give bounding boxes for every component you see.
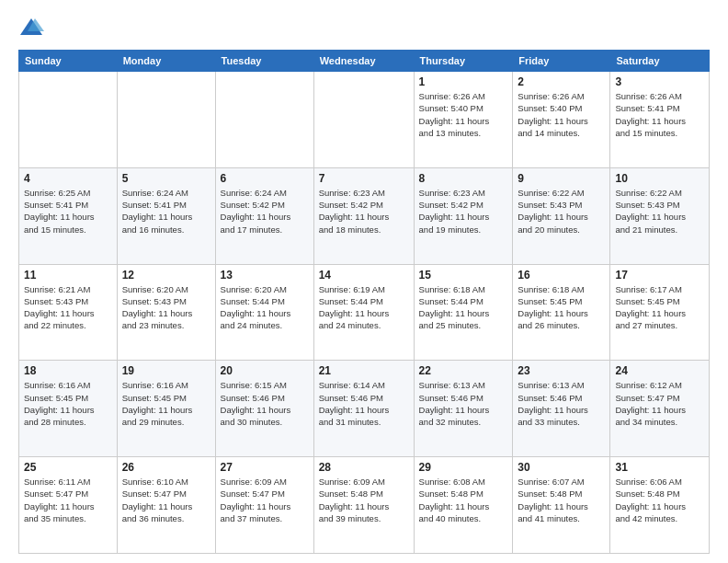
calendar-cell-6: 3Sunrise: 6:26 AM Sunset: 5:41 PM Daylig… bbox=[610, 72, 710, 168]
calendar-cell-25: 22Sunrise: 6:13 AM Sunset: 5:46 PM Dayli… bbox=[414, 361, 513, 457]
calendar-cell-14: 11Sunrise: 6:21 AM Sunset: 5:43 PM Dayli… bbox=[19, 264, 118, 361]
day-info: Sunrise: 6:23 AM Sunset: 5:42 PM Dayligh… bbox=[319, 187, 409, 236]
day-info: Sunrise: 6:23 AM Sunset: 5:42 PM Dayligh… bbox=[419, 187, 508, 236]
day-number: 11 bbox=[24, 269, 112, 282]
calendar-cell-2 bbox=[215, 72, 313, 168]
day-number: 1 bbox=[419, 75, 508, 88]
page: SundayMondayTuesdayWednesdayThursdayFrid… bbox=[0, 0, 728, 563]
calendar-cell-23: 20Sunrise: 6:15 AM Sunset: 5:46 PM Dayli… bbox=[215, 361, 313, 457]
day-number: 29 bbox=[419, 461, 508, 474]
day-info: Sunrise: 6:20 AM Sunset: 5:44 PM Dayligh… bbox=[221, 283, 309, 332]
day-number: 8 bbox=[419, 172, 508, 185]
day-number: 31 bbox=[615, 461, 704, 474]
day-info: Sunrise: 6:22 AM Sunset: 5:43 PM Dayligh… bbox=[518, 187, 605, 236]
calendar-week-4: 18Sunrise: 6:16 AM Sunset: 5:45 PM Dayli… bbox=[19, 361, 710, 457]
calendar-week-2: 4Sunrise: 6:25 AM Sunset: 5:41 PM Daylig… bbox=[19, 167, 710, 264]
calendar-cell-26: 23Sunrise: 6:13 AM Sunset: 5:46 PM Dayli… bbox=[513, 361, 610, 457]
calendar-header-wednesday: Wednesday bbox=[313, 51, 414, 72]
calendar-cell-33: 30Sunrise: 6:07 AM Sunset: 5:48 PM Dayli… bbox=[513, 457, 610, 554]
calendar-cell-9: 6Sunrise: 6:24 AM Sunset: 5:42 PM Daylig… bbox=[215, 167, 313, 264]
day-info: Sunrise: 6:20 AM Sunset: 5:43 PM Dayligh… bbox=[122, 283, 210, 332]
calendar-cell-15: 12Sunrise: 6:20 AM Sunset: 5:43 PM Dayli… bbox=[117, 264, 215, 361]
day-info: Sunrise: 6:08 AM Sunset: 5:48 PM Dayligh… bbox=[419, 476, 508, 524]
day-number: 26 bbox=[122, 461, 210, 474]
calendar-cell-13: 10Sunrise: 6:22 AM Sunset: 5:43 PM Dayli… bbox=[610, 167, 710, 264]
day-info: Sunrise: 6:18 AM Sunset: 5:45 PM Dayligh… bbox=[518, 283, 605, 332]
day-info: Sunrise: 6:25 AM Sunset: 5:41 PM Dayligh… bbox=[24, 187, 112, 236]
calendar-cell-16: 13Sunrise: 6:20 AM Sunset: 5:44 PM Dayli… bbox=[215, 264, 313, 361]
day-number: 3 bbox=[615, 75, 704, 88]
day-number: 16 bbox=[518, 269, 605, 282]
calendar-cell-22: 19Sunrise: 6:16 AM Sunset: 5:45 PM Dayli… bbox=[117, 361, 215, 457]
day-number: 30 bbox=[518, 461, 605, 474]
calendar-header-monday: Monday bbox=[117, 51, 215, 72]
day-info: Sunrise: 6:24 AM Sunset: 5:41 PM Dayligh… bbox=[122, 187, 210, 236]
day-info: Sunrise: 6:13 AM Sunset: 5:46 PM Dayligh… bbox=[419, 379, 508, 428]
day-info: Sunrise: 6:06 AM Sunset: 5:48 PM Dayligh… bbox=[615, 476, 704, 524]
day-number: 28 bbox=[319, 461, 409, 474]
calendar-cell-21: 18Sunrise: 6:16 AM Sunset: 5:45 PM Dayli… bbox=[19, 361, 118, 457]
calendar-header-tuesday: Tuesday bbox=[215, 51, 313, 72]
day-info: Sunrise: 6:19 AM Sunset: 5:44 PM Dayligh… bbox=[319, 283, 409, 332]
day-number: 22 bbox=[419, 364, 508, 377]
day-info: Sunrise: 6:26 AM Sunset: 5:40 PM Dayligh… bbox=[518, 90, 605, 139]
day-number: 7 bbox=[319, 172, 409, 185]
calendar-header-thursday: Thursday bbox=[414, 51, 513, 72]
calendar-cell-17: 14Sunrise: 6:19 AM Sunset: 5:44 PM Dayli… bbox=[313, 264, 414, 361]
calendar-cell-24: 21Sunrise: 6:14 AM Sunset: 5:46 PM Dayli… bbox=[313, 361, 414, 457]
day-info: Sunrise: 6:07 AM Sunset: 5:48 PM Dayligh… bbox=[518, 476, 605, 524]
calendar-cell-30: 27Sunrise: 6:09 AM Sunset: 5:47 PM Dayli… bbox=[215, 457, 313, 554]
calendar-cell-12: 9Sunrise: 6:22 AM Sunset: 5:43 PM Daylig… bbox=[513, 167, 610, 264]
calendar-cell-11: 8Sunrise: 6:23 AM Sunset: 5:42 PM Daylig… bbox=[414, 167, 513, 264]
day-number: 15 bbox=[419, 269, 508, 282]
day-info: Sunrise: 6:09 AM Sunset: 5:47 PM Dayligh… bbox=[221, 476, 309, 524]
day-number: 13 bbox=[221, 269, 309, 282]
day-number: 6 bbox=[221, 172, 309, 185]
calendar-cell-0 bbox=[19, 72, 118, 168]
day-number: 18 bbox=[24, 364, 112, 377]
day-number: 9 bbox=[518, 172, 605, 185]
day-number: 2 bbox=[518, 75, 605, 88]
day-number: 21 bbox=[319, 364, 409, 377]
day-info: Sunrise: 6:12 AM Sunset: 5:47 PM Dayligh… bbox=[615, 379, 704, 428]
day-number: 10 bbox=[615, 172, 704, 185]
day-number: 25 bbox=[24, 461, 112, 474]
day-info: Sunrise: 6:16 AM Sunset: 5:45 PM Dayligh… bbox=[122, 379, 210, 428]
day-info: Sunrise: 6:09 AM Sunset: 5:48 PM Dayligh… bbox=[319, 476, 409, 524]
logo bbox=[18, 15, 48, 40]
day-info: Sunrise: 6:26 AM Sunset: 5:40 PM Dayligh… bbox=[419, 90, 508, 139]
calendar-week-5: 25Sunrise: 6:11 AM Sunset: 5:47 PM Dayli… bbox=[19, 457, 710, 554]
header bbox=[18, 15, 710, 40]
calendar-cell-28: 25Sunrise: 6:11 AM Sunset: 5:47 PM Dayli… bbox=[19, 457, 118, 554]
calendar-cell-34: 31Sunrise: 6:06 AM Sunset: 5:48 PM Dayli… bbox=[610, 457, 710, 554]
calendar-week-1: 1Sunrise: 6:26 AM Sunset: 5:40 PM Daylig… bbox=[19, 72, 710, 168]
day-number: 4 bbox=[24, 172, 112, 185]
day-info: Sunrise: 6:16 AM Sunset: 5:45 PM Dayligh… bbox=[24, 379, 112, 428]
day-info: Sunrise: 6:17 AM Sunset: 5:45 PM Dayligh… bbox=[615, 283, 704, 332]
calendar-cell-20: 17Sunrise: 6:17 AM Sunset: 5:45 PM Dayli… bbox=[610, 264, 710, 361]
calendar-header-sunday: Sunday bbox=[19, 51, 118, 72]
day-info: Sunrise: 6:24 AM Sunset: 5:42 PM Dayligh… bbox=[221, 187, 309, 236]
calendar-header-row: SundayMondayTuesdayWednesdayThursdayFrid… bbox=[19, 51, 710, 72]
calendar-cell-31: 28Sunrise: 6:09 AM Sunset: 5:48 PM Dayli… bbox=[313, 457, 414, 554]
calendar-cell-29: 26Sunrise: 6:10 AM Sunset: 5:47 PM Dayli… bbox=[117, 457, 215, 554]
calendar-cell-32: 29Sunrise: 6:08 AM Sunset: 5:48 PM Dayli… bbox=[414, 457, 513, 554]
day-info: Sunrise: 6:21 AM Sunset: 5:43 PM Dayligh… bbox=[24, 283, 112, 332]
calendar-cell-5: 2Sunrise: 6:26 AM Sunset: 5:40 PM Daylig… bbox=[513, 72, 610, 168]
logo-icon bbox=[18, 15, 44, 40]
day-number: 17 bbox=[615, 269, 704, 282]
day-number: 24 bbox=[615, 364, 704, 377]
day-number: 14 bbox=[319, 269, 409, 282]
day-info: Sunrise: 6:15 AM Sunset: 5:46 PM Dayligh… bbox=[221, 379, 309, 428]
day-number: 5 bbox=[122, 172, 210, 185]
calendar-cell-27: 24Sunrise: 6:12 AM Sunset: 5:47 PM Dayli… bbox=[610, 361, 710, 457]
calendar-cell-4: 1Sunrise: 6:26 AM Sunset: 5:40 PM Daylig… bbox=[414, 72, 513, 168]
calendar-week-3: 11Sunrise: 6:21 AM Sunset: 5:43 PM Dayli… bbox=[19, 264, 710, 361]
calendar-cell-3 bbox=[313, 72, 414, 168]
day-info: Sunrise: 6:13 AM Sunset: 5:46 PM Dayligh… bbox=[518, 379, 605, 428]
calendar-table: SundayMondayTuesdayWednesdayThursdayFrid… bbox=[18, 50, 710, 554]
day-info: Sunrise: 6:22 AM Sunset: 5:43 PM Dayligh… bbox=[615, 187, 704, 236]
calendar-cell-8: 5Sunrise: 6:24 AM Sunset: 5:41 PM Daylig… bbox=[117, 167, 215, 264]
calendar-cell-7: 4Sunrise: 6:25 AM Sunset: 5:41 PM Daylig… bbox=[19, 167, 118, 264]
day-number: 19 bbox=[122, 364, 210, 377]
